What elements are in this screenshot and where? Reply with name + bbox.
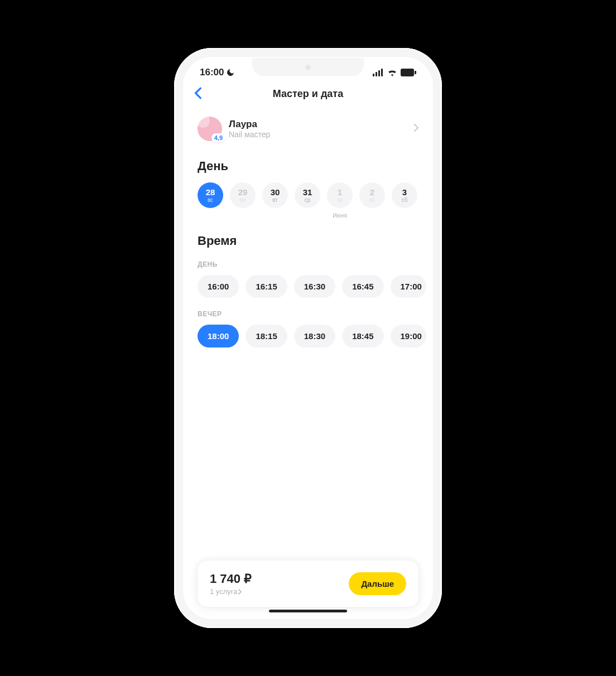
day-item[interactable]: 2пт — [359, 182, 385, 219]
time-slot[interactable]: 18:45 — [342, 325, 383, 347]
svg-rect-4 — [401, 69, 414, 76]
time-slot[interactable]: 16:00 — [198, 275, 239, 298]
days-row: 28вс29пн30вт31ср1чтИюня2пт3сб — [198, 182, 418, 219]
wifi-icon — [387, 69, 397, 76]
master-name: Лаура — [229, 119, 407, 130]
day-number: 2 — [370, 188, 374, 196]
day-weekday: вс — [208, 197, 213, 203]
day-weekday: пт — [369, 197, 375, 203]
time-slot[interactable]: 16:15 — [246, 275, 287, 298]
month-label: Июня — [333, 213, 347, 219]
chevron-right-icon — [414, 124, 418, 134]
day-number: 3 — [402, 188, 407, 196]
svg-rect-2 — [378, 70, 380, 76]
checkout-bar: 1 740 ₽ 1 услуга Дальше — [198, 561, 418, 607]
home-indicator — [269, 610, 347, 612]
day-item[interactable]: 29пн — [230, 182, 256, 219]
day-number: 29 — [238, 188, 248, 196]
chevron-right-icon — [238, 589, 242, 595]
day-item[interactable]: 31ср — [295, 182, 320, 219]
day-item[interactable]: 1чтИюня — [327, 182, 353, 219]
total-price: 1 740 ₽ — [210, 572, 252, 586]
day-section-title: День — [198, 159, 418, 173]
time-slot[interactable]: 16:45 — [342, 275, 383, 298]
time-section-title: Время — [198, 234, 418, 248]
svg-rect-1 — [376, 72, 377, 76]
signal-icon — [373, 69, 384, 76]
day-weekday: сб — [402, 197, 408, 203]
time-slot[interactable]: 18:00 — [198, 325, 239, 347]
day-weekday: ср — [305, 197, 311, 203]
day-item[interactable]: 3сб — [392, 182, 417, 219]
avatar: 4,9 — [198, 117, 222, 141]
services-link[interactable]: 1 услуга — [210, 587, 252, 596]
svg-rect-5 — [415, 71, 416, 74]
page-title: Мастер и дата — [273, 88, 343, 100]
master-role: Nail мастер — [229, 130, 407, 139]
day-number: 28 — [206, 188, 215, 196]
rating-badge: 4,9 — [211, 133, 225, 142]
day-weekday: вт — [272, 197, 278, 203]
day-weekday: чт — [337, 197, 343, 203]
day-subsection-label: ДЕНЬ — [198, 260, 418, 268]
time-slot[interactable]: 16:30 — [294, 275, 335, 298]
evening-subsection-label: ВЕЧЕР — [198, 310, 418, 318]
day-item[interactable]: 30вт — [262, 182, 288, 219]
nav-bar: Мастер и дата — [184, 81, 432, 107]
svg-rect-3 — [381, 69, 383, 76]
services-count: 1 услуга — [210, 587, 237, 596]
phone-frame: 16:00 Мастер и дата — [174, 48, 442, 628]
moon-icon — [226, 68, 235, 77]
day-item[interactable]: 28вс — [198, 182, 223, 219]
day-number: 30 — [271, 188, 280, 196]
time-row-evening: 18:0018:1518:3018:4519:00 — [198, 325, 418, 347]
battery-icon — [401, 69, 416, 76]
time-slot[interactable]: 17:00 — [391, 275, 426, 298]
svg-rect-0 — [373, 74, 374, 76]
status-time: 16:00 — [200, 67, 224, 78]
master-row[interactable]: 4,9 Лаура Nail мастер — [198, 107, 418, 153]
time-slot[interactable]: 19:00 — [391, 325, 426, 347]
time-slot[interactable]: 18:30 — [294, 325, 335, 347]
day-weekday: пн — [240, 197, 246, 203]
next-button[interactable]: Дальше — [349, 572, 406, 595]
notch — [252, 58, 364, 76]
time-row-day: 16:0016:1516:3016:4517:00 — [198, 275, 418, 298]
back-button[interactable] — [194, 87, 202, 102]
time-slot[interactable]: 18:15 — [246, 325, 287, 347]
day-number: 1 — [338, 188, 342, 196]
day-number: 31 — [303, 188, 312, 196]
